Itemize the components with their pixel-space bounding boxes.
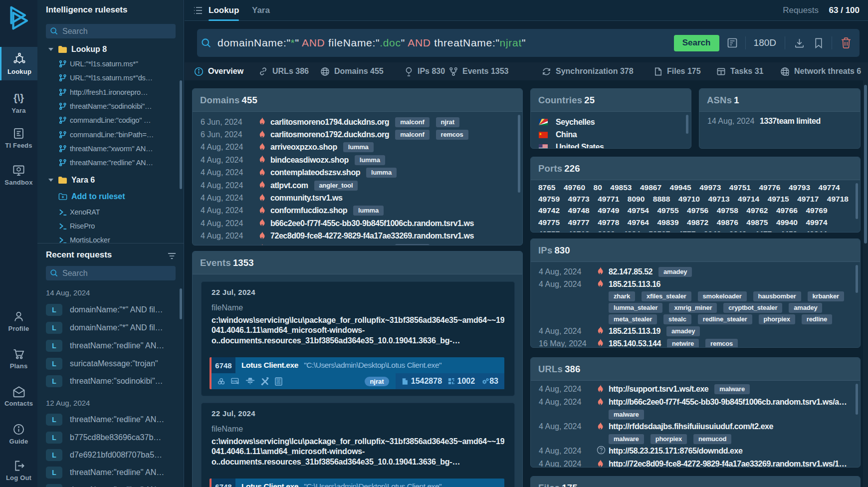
svg-text:010: 010: [276, 382, 281, 385]
svg-text:EXE: EXE: [232, 379, 238, 382]
